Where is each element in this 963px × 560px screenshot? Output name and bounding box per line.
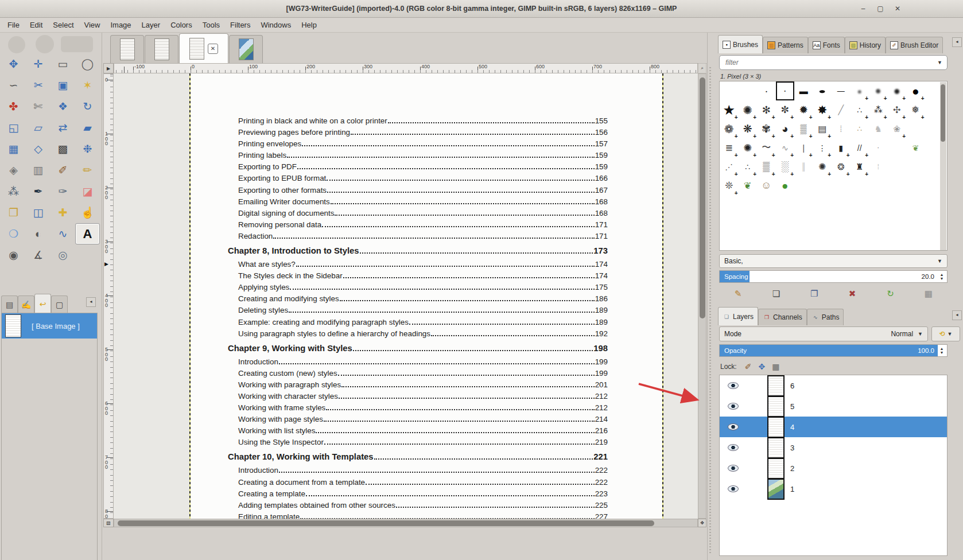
brush-sparks[interactable]: ✣+ xyxy=(888,100,907,119)
tool-foreground-select[interactable]: ▣ xyxy=(51,75,75,96)
visibility-toggle[interactable] xyxy=(728,403,739,410)
brush-speckle-2[interactable]: ⁂+ xyxy=(869,100,888,119)
brush-bar-v[interactable]: ▮+ xyxy=(832,138,851,157)
tool-dodge-burn[interactable]: ◐ xyxy=(26,223,51,244)
menu-item-windows[interactable]: Windows xyxy=(255,18,296,32)
layer-row[interactable]: 3 xyxy=(720,437,947,458)
tool-shear[interactable]: ▱ xyxy=(26,117,51,138)
brush-hlines[interactable]: ≣+ xyxy=(720,138,739,157)
undo-history-item[interactable]: [ Base Image ] xyxy=(2,313,97,339)
brush-pores[interactable]: ✾+ xyxy=(757,119,776,138)
close-tab-icon[interactable]: ✕ xyxy=(208,44,218,54)
brush-name-combo[interactable]: Basic, ▼ xyxy=(719,254,948,268)
image-tab-3[interactable]: ✕ xyxy=(179,33,228,63)
brush-vine[interactable]: ❦ xyxy=(906,138,925,157)
menu-item-colors[interactable]: Colors xyxy=(165,18,197,32)
tool-cage-transform[interactable]: ◇ xyxy=(26,138,51,160)
spacing-slider[interactable]: Spacing 20.0 ▲▼ xyxy=(719,270,948,283)
tab-fonts[interactable]: AaFonts xyxy=(808,37,845,53)
menu-item-edit[interactable]: Edit xyxy=(25,18,48,32)
layer-row[interactable]: 4 xyxy=(720,417,947,437)
chevron-down-icon[interactable]: ▼ xyxy=(937,60,942,65)
brush-flower[interactable]: ❀+ xyxy=(888,119,907,138)
tab-history[interactable]: ▨History xyxy=(845,37,886,53)
tool-flip[interactable]: ⇄ xyxy=(51,117,75,138)
tool-bucket-fill[interactable]: ◈ xyxy=(1,160,26,181)
brush-fuzzy-medium[interactable]: ●+ xyxy=(869,81,888,100)
tool-ink[interactable]: ✒ xyxy=(26,181,51,202)
brush-wilber[interactable]: ☺ xyxy=(757,176,776,195)
tool-select-by-color[interactable]: ✤ xyxy=(1,96,26,117)
tab-channels[interactable]: ❐Channels xyxy=(758,309,807,325)
tool-rotate[interactable]: ↻ xyxy=(75,96,100,117)
new-brush-button[interactable]: ❏ xyxy=(768,287,783,301)
brush-noise-light[interactable]: ░+ xyxy=(776,157,795,176)
visibility-toggle[interactable] xyxy=(728,382,739,389)
brush-pin-dot[interactable]: · xyxy=(869,138,888,157)
brush-stroke-v[interactable]: |+ xyxy=(794,138,813,157)
tab-layers[interactable]: ❏Layers xyxy=(718,307,758,325)
tool-rectangle-select[interactable]: ▭ xyxy=(51,53,75,75)
brush-splat-1[interactable]: ✻+ xyxy=(757,100,776,119)
opacity-slider[interactable]: Opacity 100.0 ▲▼ xyxy=(719,344,948,357)
tool-color-picker[interactable]: ◉ xyxy=(1,244,26,266)
tool-zoom[interactable]: ◎ xyxy=(51,244,75,266)
brush-ink-figures[interactable]: ♜+ xyxy=(851,157,869,176)
lock-pixels-icon[interactable]: ✐ xyxy=(745,362,752,371)
brush-stroke[interactable]: ╱ xyxy=(832,100,851,119)
navigation-icon[interactable]: ✥ xyxy=(698,519,706,527)
brush-star[interactable]: ★+ xyxy=(720,100,739,119)
dock-grip[interactable] xyxy=(709,67,711,555)
tool-mypaint-brush[interactable]: ✑ xyxy=(51,181,75,202)
layer-row[interactable]: 6 xyxy=(720,375,947,396)
horizontal-scrollbar[interactable] xyxy=(114,519,698,527)
brush-smoke[interactable]: 〜+ xyxy=(757,138,776,157)
spacing-spinner[interactable]: ▲▼ xyxy=(938,271,946,282)
edit-brush-button[interactable]: ✎ xyxy=(731,287,745,301)
tool-scale[interactable]: ◱ xyxy=(1,117,26,138)
brush-faint-marks[interactable]: ⁞ xyxy=(869,157,888,176)
tool-options-tab[interactable]: ▤ xyxy=(1,295,18,313)
layer-mode-switch-button[interactable]: ⟲ ▼ xyxy=(931,326,960,341)
images-tab[interactable]: ▢ xyxy=(51,295,68,313)
layer-mode-combo[interactable]: Mode Normal ▼ xyxy=(719,326,928,341)
tab-brushes[interactable]: ▪Brushes xyxy=(718,35,763,53)
layer-row[interactable]: 2 xyxy=(720,458,947,479)
brush-block[interactable]: ▬ xyxy=(794,81,813,100)
ruler-origin-button[interactable]: ▶ xyxy=(103,63,114,73)
quick-mask-toggle[interactable]: ▧ xyxy=(103,519,114,527)
brush-green-pepper[interactable]: ● xyxy=(776,176,795,195)
brush-pixel-3x3[interactable]: ▪ xyxy=(776,81,795,100)
tab-brush-editor[interactable]: ✐Brush Editor xyxy=(886,37,943,53)
tool-airbrush[interactable]: ⁂ xyxy=(1,181,26,202)
brush-fern[interactable]: ❊+ xyxy=(720,176,739,195)
tool-free-select[interactable]: ∽ xyxy=(1,75,26,96)
tool-blur-sharpen[interactable]: ❍ xyxy=(1,223,26,244)
maximize-button[interactable]: ▢ xyxy=(873,3,887,14)
refresh-brushes-button[interactable]: ↻ xyxy=(883,287,898,301)
tab-patterns[interactable]: ▥Patterns xyxy=(763,37,808,53)
tool-paintbrush[interactable]: ✐ xyxy=(51,160,75,181)
brush-splat-2[interactable]: ✼+ xyxy=(776,100,795,119)
tool-perspective[interactable]: ▰ xyxy=(75,117,100,138)
brush-half-tone[interactable]: ◕+ xyxy=(776,119,795,138)
lock-position-icon[interactable]: ✥ xyxy=(758,362,765,371)
menu-item-view[interactable]: View xyxy=(79,18,106,32)
tool-handle-transform[interactable]: ❉ xyxy=(75,138,100,160)
tool-3d-transform[interactable]: ▦ xyxy=(1,138,26,160)
brush-cells[interactable]: ❁+ xyxy=(720,119,739,138)
menu-item-layer[interactable]: Layer xyxy=(137,18,166,32)
image-tab-2[interactable] xyxy=(145,35,178,63)
brush-wave[interactable]: ∿+ xyxy=(776,138,795,157)
delete-brush-button[interactable]: ✖ xyxy=(845,287,860,301)
brush-fuzzy-large[interactable]: ●+ xyxy=(888,81,907,100)
visibility-toggle[interactable] xyxy=(728,444,739,451)
brush-filter-input[interactable] xyxy=(724,58,937,67)
visibility-toggle[interactable] xyxy=(728,485,739,492)
tool-clone[interactable]: ❐ xyxy=(1,202,26,223)
menu-item-image[interactable]: Image xyxy=(105,18,136,32)
image-tab-1[interactable] xyxy=(110,35,144,63)
brush-burst[interactable]: ✺+ xyxy=(739,138,758,157)
zoom-image-icon[interactable]: ⌕ xyxy=(698,63,706,73)
visibility-toggle[interactable] xyxy=(728,423,739,430)
